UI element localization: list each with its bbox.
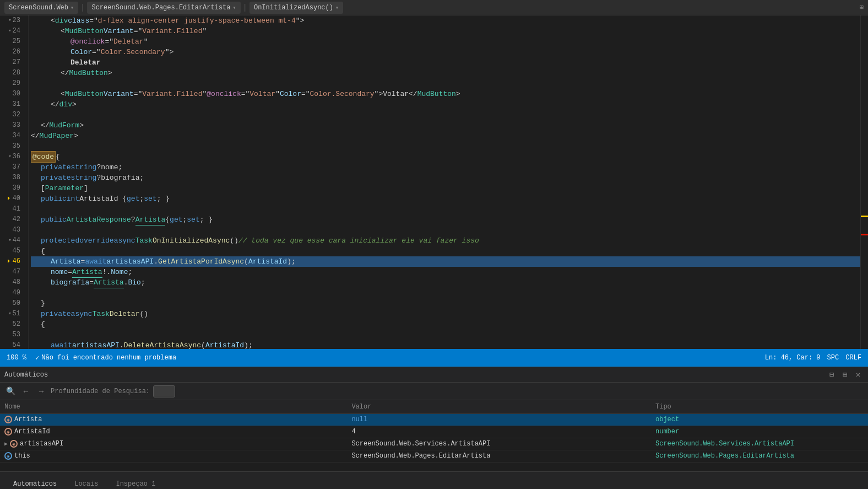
code-lines-container: ▾ 23 ▾ 24 25 26 27 28 xyxy=(0,15,868,349)
col-nome: Nome xyxy=(0,400,347,413)
code-line-33: </MudForm> xyxy=(31,120,860,131)
line-37: 37 xyxy=(0,162,24,173)
code-line-53 xyxy=(31,330,860,340)
check-icon: ✓ xyxy=(35,354,39,362)
line-25: 25 xyxy=(0,36,24,47)
file-name: ScreenSound.Web.Pages.EditarArtista xyxy=(91,4,230,12)
panel-close-btn[interactable]: ✕ xyxy=(853,369,864,380)
panel-title-bar: Automáticos ⊟ ⊞ ✕ xyxy=(0,367,868,383)
panel-controls: ⊟ ⊞ ✕ xyxy=(826,369,864,380)
line-23: ▾ 23 xyxy=(0,15,24,26)
var-name: this xyxy=(14,452,30,460)
expand-arrow[interactable]: ▶ xyxy=(4,440,8,447)
line-54: ⏵ 54 xyxy=(0,340,24,349)
code-line-30: <MudButton Variant="Variant.Filled" @onc… xyxy=(31,89,860,99)
depth-label: Profundidade de Pesquisa: xyxy=(51,388,150,395)
code-line-41 xyxy=(31,204,860,214)
line-47: 47 xyxy=(0,267,24,277)
file-selector[interactable]: ScreenSound.Web.Pages.EditarArtista ▾ xyxy=(87,2,240,14)
code-line-44: protected override async Task OnInitiali… xyxy=(31,235,860,246)
code-line-54: await artistasAPI.DeleteArtistaAsync(Art… xyxy=(31,340,860,349)
line-24: ▾ 24 xyxy=(0,26,24,36)
code-line-38: private string? biografia; xyxy=(31,173,860,183)
var-name-cell: ◉ this xyxy=(0,450,347,462)
var-value: null xyxy=(347,413,651,426)
line-42: 42 xyxy=(0,214,24,225)
cursor-position: Ln: 46, Car: 9 xyxy=(765,354,821,362)
line-46: ⏵ 46 xyxy=(0,256,24,267)
code-content[interactable]: <div class="d-flex align-center justify-… xyxy=(29,15,860,349)
line-41: 41 xyxy=(0,204,24,214)
line-53: 53 xyxy=(0,330,24,340)
project-name: ScreenSound.Web xyxy=(9,4,68,12)
panel-float-btn[interactable]: ⊞ xyxy=(839,369,850,380)
status-message: Não foi encontrado nenhum problema xyxy=(41,354,176,362)
code-editor: ▾ 23 ▾ 24 25 26 27 28 xyxy=(0,15,868,349)
status-bar: 100 % ✓ Não foi encontrado nenhum proble… xyxy=(0,349,868,367)
method-dropdown-arrow: ▾ xyxy=(335,4,339,11)
line-28: 28 xyxy=(0,68,24,78)
expand-icon[interactable]: ⊞ xyxy=(860,3,864,12)
code-line-50: } xyxy=(31,298,860,309)
zoom-level: 100 % xyxy=(7,354,26,362)
depth-input[interactable] xyxy=(153,385,175,397)
var-name-cell: ◉ Artista xyxy=(0,413,347,426)
line-43: 43 xyxy=(0,225,24,235)
code-line-37: private string? nome; xyxy=(31,162,860,173)
code-line-42: public ArtistaResponse? Artista { get; s… xyxy=(31,214,860,225)
line-34: 34 xyxy=(0,131,24,141)
tab-automaticos[interactable]: Automáticos xyxy=(4,476,66,489)
table-row[interactable]: ◉ Artista null object xyxy=(0,413,868,426)
variables-table: Nome Valor Tipo ◉ Artista null object xyxy=(0,400,868,463)
code-line-47: nome = Artista!.Nome; xyxy=(31,267,860,277)
col-tipo: Tipo xyxy=(651,400,868,413)
divider1: | xyxy=(80,3,85,12)
line-38: 38 xyxy=(0,173,24,183)
line-29: 29 xyxy=(0,78,24,89)
nav-forward-btn[interactable]: → xyxy=(35,385,47,397)
line-32: 32 xyxy=(0,110,24,120)
line-40: ⏵ 40 xyxy=(0,194,24,204)
var-type: ScreenSound.Web.Services.ArtistaAPI xyxy=(651,438,868,450)
scroll-gutter xyxy=(860,15,868,349)
line-39: 39 xyxy=(0,183,24,194)
method-name: OnInitializedAsync() xyxy=(254,4,333,12)
code-line-23: <div class="d-flex align-center justify-… xyxy=(31,15,860,26)
var-value: ScreenSound.Web.Pages.EditarArtista xyxy=(347,450,651,462)
tab-locais[interactable]: Locais xyxy=(66,476,107,489)
code-line-39: [Parameter] xyxy=(31,183,860,194)
var-icon: ◉ xyxy=(4,428,12,436)
bottom-tabs: Automáticos Locais Inspeção 1 xyxy=(0,471,868,489)
tab-inspecao1[interactable]: Inspeção 1 xyxy=(107,476,164,489)
col-valor: Valor xyxy=(347,400,651,413)
var-icon: ◉ xyxy=(10,440,18,448)
code-line-28: </MudButton> xyxy=(31,68,860,78)
line-44: ▾ 44 xyxy=(0,235,24,246)
line-36: ▾ 36 xyxy=(0,152,24,162)
table-row[interactable]: ◉ ArtistaId 4 number xyxy=(0,426,868,438)
table-header: Nome Valor Tipo xyxy=(0,400,868,413)
var-name: ArtistaId xyxy=(14,428,50,436)
method-selector[interactable]: OnInitializedAsync() ▾ xyxy=(249,2,343,14)
line-48: 48 xyxy=(0,277,24,288)
status-right: Ln: 46, Car: 9 SPC CRLF xyxy=(765,354,861,362)
divider2: | xyxy=(243,3,247,12)
var-name: Artista xyxy=(14,416,42,423)
line-ending: CRLF xyxy=(845,354,861,362)
line-50: 50 xyxy=(0,298,24,309)
var-type: number xyxy=(651,426,868,438)
table-row[interactable]: ◉ this ScreenSound.Web.Pages.EditarArtis… xyxy=(0,450,868,462)
search-btn[interactable]: 🔍 xyxy=(4,385,17,397)
var-icon: ◉ xyxy=(4,452,12,460)
panel-minimize-btn[interactable]: ⊟ xyxy=(826,369,837,380)
nav-back-btn[interactable]: ← xyxy=(20,385,32,397)
status-check: ✓ Não foi encontrado nenhum problema xyxy=(35,354,176,362)
var-name: artistasAPI xyxy=(20,440,63,448)
panel-title: Automáticos xyxy=(4,371,48,379)
scroll-marker-red xyxy=(861,234,868,235)
line-45: 45 xyxy=(0,246,24,256)
project-selector[interactable]: ScreenSound.Web ▾ xyxy=(4,2,78,14)
table-row[interactable]: ▶ ◉ artistasAPI ScreenSound.Web.Services… xyxy=(0,438,868,450)
line-26: 26 xyxy=(0,47,24,57)
var-type: object xyxy=(651,413,868,426)
